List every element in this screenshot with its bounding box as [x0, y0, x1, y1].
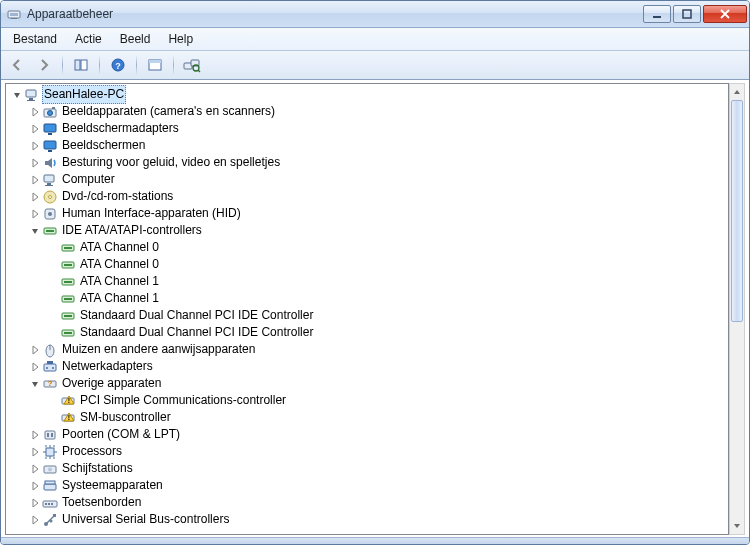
expander-closed-icon[interactable] — [28, 511, 42, 528]
back-button[interactable] — [5, 54, 29, 76]
expander-open-icon[interactable] — [28, 222, 42, 239]
menu-bestand[interactable]: Bestand — [5, 30, 65, 48]
cpu-icon — [42, 444, 58, 460]
tree-node[interactable]: Beeldschermadapters — [6, 120, 728, 137]
menu-actie[interactable]: Actie — [67, 30, 110, 48]
expander-open-icon[interactable] — [10, 86, 24, 103]
show-hide-tree-button[interactable] — [69, 54, 93, 76]
tree-node[interactable]: !SM-buscontroller — [6, 409, 728, 426]
expander-closed-icon[interactable] — [28, 358, 42, 375]
svg-rect-1 — [10, 13, 18, 16]
tree-node[interactable]: ATA Channel 0 — [6, 239, 728, 256]
toolbar-separator — [173, 55, 174, 75]
tree-node[interactable]: Beeldschermen — [6, 137, 728, 154]
tree-node[interactable]: !PCI Simple Communications-controller — [6, 392, 728, 409]
menu-beeld[interactable]: Beeld — [112, 30, 159, 48]
svg-rect-2 — [11, 18, 17, 19]
tree-node[interactable]: Processors — [6, 443, 728, 460]
expander-closed-icon[interactable] — [28, 120, 42, 137]
close-button[interactable] — [703, 5, 747, 23]
tree-node-label: ATA Channel 1 — [78, 273, 161, 290]
tree-node[interactable]: Beeldapparaten (camera's en scanners) — [6, 103, 728, 120]
tree-node[interactable]: Human Interface-apparaten (HID) — [6, 205, 728, 222]
scroll-down-icon[interactable] — [730, 518, 744, 534]
tree-node[interactable]: Besturing voor geluid, video en spelletj… — [6, 154, 728, 171]
help-button[interactable]: ? — [106, 54, 130, 76]
tree-node[interactable]: ?Overige apparaten — [6, 375, 728, 392]
toolbar-separator — [62, 55, 63, 75]
tree-node-label: Beeldschermen — [60, 137, 147, 154]
svg-rect-42 — [64, 315, 72, 317]
expander-closed-icon[interactable] — [28, 205, 42, 222]
properties-button[interactable] — [143, 54, 167, 76]
tree-node-label: Poorten (COM & LPT) — [60, 426, 182, 443]
expander-closed-icon[interactable] — [28, 477, 42, 494]
svg-rect-34 — [64, 247, 72, 249]
tree-node[interactable]: ATA Channel 1 — [6, 290, 728, 307]
tree-node[interactable]: Muizen en andere aanwijsapparaten — [6, 341, 728, 358]
camera-icon — [42, 104, 58, 120]
tree-node-label: Netwerkadapters — [60, 358, 155, 375]
svg-rect-5 — [75, 60, 80, 70]
vertical-scrollbar[interactable] — [729, 83, 745, 535]
titlebar: Apparaatbeheer — [1, 1, 749, 28]
tree-node[interactable]: ATA Channel 0 — [6, 256, 728, 273]
scroll-up-icon[interactable] — [730, 84, 744, 100]
mouse-icon — [42, 342, 58, 358]
scroll-track[interactable] — [730, 100, 744, 518]
scan-hardware-button[interactable] — [180, 54, 204, 76]
tree-node-label: Overige apparaten — [60, 375, 163, 392]
svg-rect-66 — [45, 503, 47, 505]
keyboard-icon — [42, 495, 58, 511]
ide-icon — [60, 240, 76, 256]
tree-node-label: Universal Serial Bus-controllers — [60, 511, 231, 528]
menu-help[interactable]: Help — [160, 30, 201, 48]
window-controls — [643, 5, 747, 23]
tree-node-label: Systeemapparaten — [60, 477, 165, 494]
minimize-button[interactable] — [643, 5, 671, 23]
tree-node[interactable]: Systeemapparaten — [6, 477, 728, 494]
expander-closed-icon[interactable] — [28, 103, 42, 120]
expander-closed-icon[interactable] — [28, 137, 42, 154]
scroll-thumb[interactable] — [731, 100, 743, 322]
tree-root[interactable]: SeanHalee-PC — [6, 86, 728, 103]
svg-rect-10 — [149, 60, 161, 63]
svg-rect-4 — [683, 10, 691, 18]
forward-button[interactable] — [32, 54, 56, 76]
maximize-button[interactable] — [673, 5, 701, 23]
expander-closed-icon[interactable] — [28, 443, 42, 460]
svg-text:!: ! — [68, 397, 70, 404]
tree-node[interactable]: Netwerkadapters — [6, 358, 728, 375]
svg-rect-16 — [27, 100, 35, 101]
svg-rect-6 — [81, 60, 87, 70]
tree-node[interactable]: Dvd-/cd-rom-stations — [6, 188, 728, 205]
svg-rect-21 — [48, 133, 52, 135]
expander-closed-icon[interactable] — [28, 494, 42, 511]
expander-closed-icon[interactable] — [28, 154, 42, 171]
tree-node[interactable]: Standaard Dual Channel PCI IDE Controlle… — [6, 324, 728, 341]
device-tree[interactable]: SeanHalee-PCBeeldapparaten (camera's en … — [6, 84, 728, 530]
tree-node[interactable]: Computer — [6, 171, 728, 188]
expander-closed-icon[interactable] — [28, 188, 42, 205]
svg-point-62 — [48, 467, 52, 471]
expander-closed-icon[interactable] — [28, 341, 42, 358]
tree-node-label: Human Interface-apparaten (HID) — [60, 205, 243, 222]
tree-node[interactable]: Poorten (COM & LPT) — [6, 426, 728, 443]
expander-closed-icon[interactable] — [28, 460, 42, 477]
client-area: SeanHalee-PCBeeldapparaten (camera's en … — [1, 80, 749, 537]
svg-rect-60 — [46, 448, 54, 456]
tree-node[interactable]: Standaard Dual Channel PCI IDE Controlle… — [6, 307, 728, 324]
svg-rect-38 — [64, 281, 72, 283]
tree-node[interactable]: Schijfstations — [6, 460, 728, 477]
tree-node[interactable]: Universal Serial Bus-controllers — [6, 511, 728, 528]
tree-node-label: Toetsenborden — [60, 494, 143, 511]
expander-open-icon[interactable] — [28, 375, 42, 392]
tree-node[interactable]: Toetsenborden — [6, 494, 728, 511]
svg-rect-36 — [64, 264, 72, 266]
expander-closed-icon[interactable] — [28, 171, 42, 188]
tree-node[interactable]: IDE ATA/ATAPI-controllers — [6, 222, 728, 239]
tree-node[interactable]: ATA Channel 1 — [6, 273, 728, 290]
warn-icon: ! — [60, 393, 76, 409]
expander-closed-icon[interactable] — [28, 426, 42, 443]
ide-icon — [60, 291, 76, 307]
